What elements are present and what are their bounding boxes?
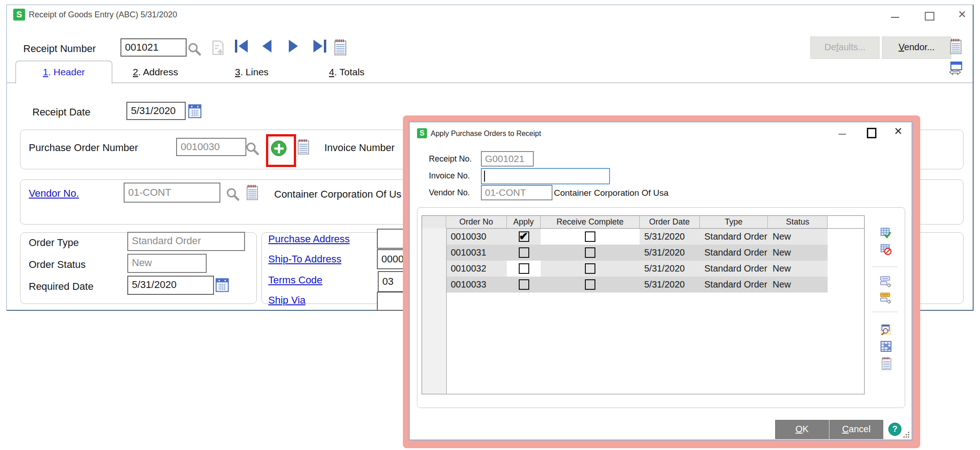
header-apply[interactable]: Apply (507, 216, 541, 228)
insert-row-icon[interactable] (880, 276, 892, 288)
receipt-number-field[interactable]: 001021 (120, 38, 187, 57)
dialog-vendor-no-field: 01-CONT (481, 185, 553, 200)
search-icon[interactable] (187, 42, 202, 57)
zoom-document-icon[interactable] (880, 324, 892, 335)
header-status[interactable]: Status (768, 216, 828, 228)
receive-complete-checkbox[interactable] (585, 279, 595, 290)
receive-complete-checkbox[interactable] (585, 231, 595, 242)
close-button[interactable]: × (958, 8, 966, 21)
resize-panel-icon[interactable] (949, 60, 964, 76)
tab-totals[interactable]: 4. Totals (329, 61, 365, 83)
tab-header[interactable]: 1. Header (16, 61, 112, 84)
invoice-number-label: Invoice Number (324, 142, 395, 154)
header-memo-icon[interactable] (949, 37, 962, 55)
select-all-rows-icon[interactable] (880, 227, 892, 239)
dialog-vendor-no-label: Vendor No. (429, 188, 470, 198)
order-date-cell[interactable]: 5/31/2020 (640, 261, 700, 277)
status-cell[interactable]: New (768, 229, 828, 245)
status-cell[interactable]: New (768, 277, 828, 293)
po-table-row[interactable]: 300100325/31/2020Standard OrderNew (422, 261, 864, 277)
purchase-address-link[interactable]: Purchase Address (268, 233, 350, 245)
type-cell[interactable]: Standard Order (700, 229, 768, 245)
header-rownum (422, 216, 446, 228)
vendor-no-field[interactable]: 01-CONT (124, 183, 220, 203)
tab-lines[interactable]: 3. Lines (235, 61, 269, 83)
header-type[interactable]: Type (700, 216, 768, 228)
order-no-cell[interactable]: 0010031 (446, 245, 507, 261)
dialog-close-button[interactable]: × (894, 123, 902, 139)
window-title: Receipt of Goods Entry (ABC) 5/31/2020 (29, 10, 177, 20)
apply-po-plus-icon[interactable] (271, 141, 287, 156)
vendor-memo-icon[interactable] (246, 183, 259, 201)
maximize-button[interactable] (925, 12, 934, 21)
po-search-icon[interactable] (245, 141, 260, 157)
grid-view-icon[interactable] (880, 340, 892, 352)
order-date-cell[interactable]: 5/31/2020 (640, 277, 700, 293)
vendor-button[interactable]: Vendor... (882, 37, 951, 59)
order-no-cell[interactable]: 0010030 (446, 229, 507, 245)
help-icon[interactable]: ? (888, 423, 902, 436)
type-cell[interactable]: Standard Order (700, 261, 768, 277)
cancel-button[interactable]: Cancel (829, 420, 883, 439)
vendor-no-link[interactable]: Vendor No. (29, 188, 79, 199)
ok-button[interactable]: OK (775, 420, 829, 439)
copy-row-icon[interactable] (880, 292, 892, 305)
po-table-row[interactable]: 400100335/31/2020Standard OrderNew (422, 277, 864, 293)
type-cell[interactable]: Standard Order (700, 245, 768, 261)
apply-checkbox[interactable] (519, 263, 529, 274)
receipt-date-field[interactable]: 5/31/2020 (126, 102, 186, 120)
required-date-field[interactable]: 5/31/2020 (127, 276, 214, 295)
dialog-title: Apply Purchase Orders to Receipt (431, 130, 541, 138)
order-date-cell[interactable]: 5/31/2020 (640, 229, 700, 245)
apply-checkbox[interactable]: ✔ (519, 231, 529, 242)
order-type-label: Order Type (29, 237, 79, 249)
dialog-maximize-button[interactable] (867, 128, 876, 138)
terms-code-link[interactable]: Terms Code (268, 274, 323, 286)
memo-icon[interactable] (334, 38, 347, 56)
header-order-date[interactable]: Order Date (640, 216, 700, 228)
dialog-minimize-button[interactable] (839, 134, 846, 135)
po-table-row[interactable]: 200100315/31/2020Standard OrderNew (422, 245, 864, 261)
po-number-field[interactable]: 0010030 (176, 138, 246, 156)
deselect-all-rows-icon[interactable] (880, 244, 892, 256)
po-table-row[interactable]: 10010030✔5/31/2020Standard OrderNew (422, 229, 864, 245)
vendor-search-icon[interactable] (225, 187, 240, 202)
order-no-cell[interactable]: 0010032 (446, 261, 507, 277)
status-cell[interactable]: New (768, 261, 828, 277)
receive-complete-checkbox[interactable] (585, 263, 595, 274)
tail-cell (828, 261, 864, 277)
previous-record-icon[interactable] (262, 40, 271, 52)
memo-settings-icon[interactable] (209, 40, 226, 57)
header-order-no[interactable]: Order No (446, 216, 507, 228)
order-status-field: New (127, 254, 207, 273)
po-memo-icon[interactable] (297, 138, 310, 155)
apply-checkbox[interactable] (519, 247, 529, 258)
first-record-icon[interactable] (235, 40, 248, 52)
receive-complete-checkbox[interactable] (585, 247, 595, 258)
grid-memo-icon[interactable] (881, 356, 892, 371)
last-record-icon[interactable] (313, 40, 326, 52)
receipt-date-calendar-icon[interactable] (188, 103, 202, 119)
dialog-invoice-no-field[interactable] (481, 168, 610, 184)
order-no-cell[interactable]: 0010033 (446, 277, 507, 293)
vendor-name-text: Container Corporation Of Us (274, 188, 401, 200)
required-date-calendar-icon[interactable] (215, 277, 229, 293)
apply-cell: ✔ (507, 229, 541, 245)
header-receive-complete[interactable]: Receive Complete (541, 216, 640, 228)
sage-dialog-icon: S (417, 128, 427, 138)
type-cell[interactable]: Standard Order (700, 277, 768, 293)
order-date-cell[interactable]: 5/31/2020 (640, 245, 700, 261)
receive-complete-cell (541, 277, 640, 293)
ship-via-link[interactable]: Ship Via (268, 294, 306, 306)
status-cell[interactable]: New (768, 245, 828, 261)
minimize-button[interactable] (891, 17, 899, 18)
apply-checkbox[interactable] (519, 279, 529, 290)
dialog-highlight-frame: S Apply Purchase Orders to Receipt × Rec… (403, 115, 920, 448)
tab-address[interactable]: 2. Address (133, 61, 178, 83)
defaults-button[interactable]: Defaults... (810, 37, 880, 59)
screenshot-root: { "main": { "title": "Receipt of Goods E… (0, 0, 980, 450)
next-record-icon[interactable] (289, 40, 298, 52)
resize-grip[interactable] (903, 432, 910, 438)
ship-to-address-link[interactable]: Ship-To Address (268, 253, 341, 265)
tail-cell (828, 229, 864, 245)
